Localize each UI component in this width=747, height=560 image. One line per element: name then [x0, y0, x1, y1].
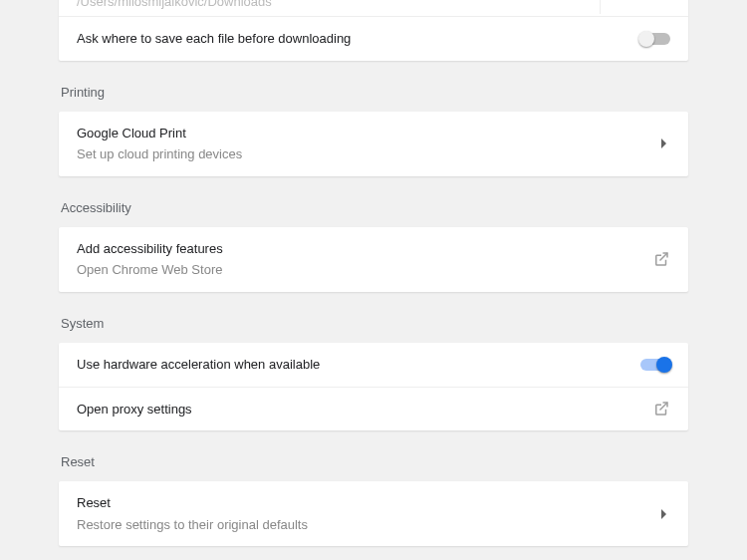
add-accessibility-row[interactable]: Add accessibility features Open Chrome W…	[59, 227, 688, 292]
proxy-settings-row[interactable]: Open proxy settings	[59, 387, 688, 431]
reset-title: Reset	[77, 493, 645, 513]
add-accessibility-subtitle: Open Chrome Web Store	[77, 260, 636, 280]
printing-card: Google Cloud Print Set up cloud printing…	[59, 112, 688, 176]
chevron-right-icon	[661, 509, 666, 519]
section-title-system: System	[61, 316, 688, 331]
hw-accel-toggle[interactable]	[640, 359, 670, 371]
hw-accel-row: Use hardware acceleration when available	[59, 343, 688, 387]
cloud-print-title: Google Cloud Print	[77, 124, 645, 143]
reset-subtitle: Restore settings to their original defau…	[77, 515, 645, 535]
ask-save-label: Ask where to save each file before downl…	[77, 29, 624, 49]
reset-row[interactable]: Reset Restore settings to their original…	[59, 481, 688, 546]
ask-save-toggle[interactable]	[640, 33, 670, 45]
system-card: Use hardware acceleration when available…	[59, 343, 688, 431]
download-location-path: /Users/milosmijalkovic/Downloads	[77, 0, 272, 9]
reset-card: Reset Restore settings to their original…	[59, 481, 688, 546]
ask-save-location-row: Ask where to save each file before downl…	[59, 16, 688, 61]
hw-accel-title: Use hardware acceleration when available	[77, 355, 624, 375]
chevron-right-icon	[661, 139, 666, 148]
cloud-print-row[interactable]: Google Cloud Print Set up cloud printing…	[59, 112, 688, 176]
external-link-icon	[652, 250, 670, 268]
proxy-settings-title: Open proxy settings	[77, 400, 636, 420]
section-title-accessibility: Accessibility	[61, 200, 688, 215]
external-link-icon	[652, 400, 670, 418]
accessibility-card: Add accessibility features Open Chrome W…	[59, 227, 688, 292]
cloud-print-subtitle: Set up cloud printing devices	[77, 144, 645, 164]
section-title-printing: Printing	[61, 85, 688, 100]
downloads-card: /Users/milosmijalkovic/Downloads Ask whe…	[59, 0, 688, 61]
add-accessibility-title: Add accessibility features	[77, 239, 636, 259]
download-location-row: /Users/milosmijalkovic/Downloads	[59, 0, 688, 16]
section-title-reset: Reset	[61, 454, 688, 469]
